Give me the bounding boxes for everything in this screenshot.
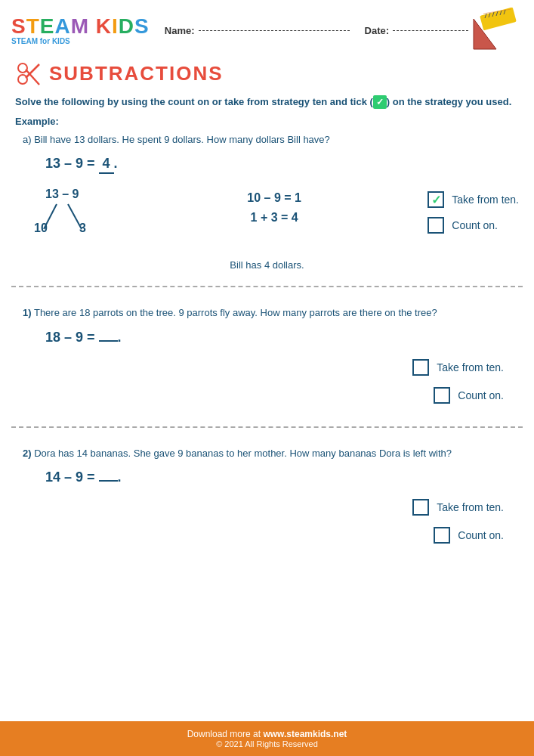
step1-equation: 10 – 9 = 1: [247, 191, 301, 205]
q2-take-from-ten-label: Take from ten.: [437, 501, 504, 513]
q1-number: 1): [23, 307, 32, 318]
example-answer-text: Bill has 4 dollars.: [0, 256, 534, 274]
q2-count-on-checkbox[interactable]: [434, 527, 450, 544]
q1-strategy-area: Take from ten. Count on.: [0, 359, 534, 404]
title-section: SUBTRACTIONS: [0, 57, 534, 91]
question-2-section: 2) Dora has 14 bananas. She gave 9 banan…: [0, 439, 534, 556]
q1-take-from-ten-item: Take from ten.: [412, 359, 504, 376]
logo-subtitle: STEAM for KIDS: [11, 37, 70, 45]
count-on-item: Count on.: [428, 217, 498, 234]
svg-point-10: [18, 64, 27, 73]
take-from-ten-label: Take from ten.: [452, 194, 519, 206]
footer: Download more at www.steamkids.net © 202…: [0, 741, 534, 756]
footer-website: www.steamkids.net: [263, 729, 347, 739]
example-equation: 13 – 9 = 4.: [0, 150, 534, 180]
q1-body: There are 18 parrots on the tree. 9 parr…: [34, 307, 437, 318]
q1-count-on-label: Count on.: [458, 389, 504, 401]
example-answer: 4: [99, 156, 114, 174]
q2-count-on-item: Count on.: [434, 527, 504, 544]
instructions-text2: ) on the strategy you used.: [387, 96, 511, 107]
step2-equation: 1 + 3 = 4: [251, 211, 298, 225]
footer-download-text: Download more at www.steamkids.net: [8, 729, 526, 739]
tree-right-value: 3: [79, 222, 86, 235]
q2-equation: 14 – 9 = .: [0, 463, 534, 491]
check-icon: ✓: [431, 193, 441, 207]
q1-take-from-ten-label: Take from ten.: [437, 361, 504, 373]
q2-number: 2): [23, 448, 32, 459]
logo: STEAM KIDS STEAM for KIDS: [11, 16, 150, 45]
q1-count-on-checkbox[interactable]: [434, 387, 450, 404]
q2-answer-blank: [99, 479, 118, 482]
question-1-text: 1) There are 18 parrots on the tree. 9 p…: [0, 302, 534, 324]
footer-content: Download more at www.steamkids.net © 202…: [0, 721, 534, 756]
scissors-icon: [15, 60, 42, 87]
take-from-ten-item: ✓ Take from ten.: [428, 191, 519, 208]
count-on-label: Count on.: [452, 219, 498, 231]
svg-rect-0: [480, 8, 517, 30]
example-steps: 10 – 9 = 1 1 + 3 = 4: [136, 187, 412, 225]
logo-text: STEAM KIDS: [11, 16, 150, 37]
q2-take-from-ten-item: Take from ten.: [412, 499, 504, 516]
date-label: Date:: [365, 25, 390, 36]
q1-eq-text: 18 – 9 = .: [45, 330, 122, 345]
instructions-text1: Solve the following by using the count o…: [15, 96, 373, 107]
count-on-checkbox[interactable]: [428, 217, 444, 234]
example-label: Example:: [0, 113, 534, 129]
q2-eq-text: 14 – 9 = .: [45, 469, 122, 485]
q1-count-on-item: Count on.: [434, 387, 504, 404]
example-strategy-boxes: ✓ Take from ten. Count on.: [428, 187, 519, 234]
name-field: Name:: [165, 25, 350, 36]
tree-left-value: 10: [34, 222, 48, 235]
name-label: Name:: [165, 25, 195, 36]
instructions: Solve the following by using the count o…: [0, 91, 534, 113]
q2-take-from-ten-checkbox[interactable]: [412, 499, 429, 516]
example-question: a) Bill have 13 dollars. He spent 9 doll…: [0, 129, 534, 150]
q1-equation: 18 – 9 = .: [0, 324, 534, 352]
question-2-text: 2) Dora has 14 bananas. She gave 9 banan…: [0, 443, 534, 464]
q2-body: Dora has 14 bananas. She gave 9 bananas …: [34, 448, 452, 459]
q2-count-on-label: Count on.: [458, 529, 504, 541]
tree-diagram: 13 – 9 10 3: [30, 187, 121, 248]
take-from-ten-checkbox[interactable]: ✓: [428, 191, 444, 208]
name-input-line: [199, 30, 350, 31]
svg-point-11: [18, 75, 27, 84]
q1-take-from-ten-checkbox[interactable]: [412, 359, 429, 376]
checkmark-example-icon: ✓: [373, 95, 387, 109]
example-eq-text: 13 – 9 = 4.: [45, 156, 118, 171]
name-date-area: Name: Date:: [165, 25, 470, 36]
date-field: Date:: [365, 25, 469, 36]
header: STEAM KIDS STEAM for KIDS Name: Date:: [0, 0, 534, 57]
divider-1: [11, 286, 523, 287]
date-input-line: [393, 30, 468, 31]
footer-label: Download more at: [187, 729, 264, 739]
q1-answer-blank: [99, 339, 118, 342]
pencil-ruler-icon: [470, 8, 519, 53]
footer-copyright: © 2021 All Rights Reserved: [8, 739, 526, 748]
divider-2: [11, 426, 523, 428]
example-working: 13 – 9 10 3 10 – 9 = 1 1 + 3 = 4 ✓ Take …: [0, 180, 534, 256]
page-title: SUBTRACTIONS: [49, 62, 224, 85]
question-1-section: 1) There are 18 parrots on the tree. 9 p…: [0, 299, 534, 415]
q2-strategy-area: Take from ten. Count on.: [0, 499, 534, 544]
